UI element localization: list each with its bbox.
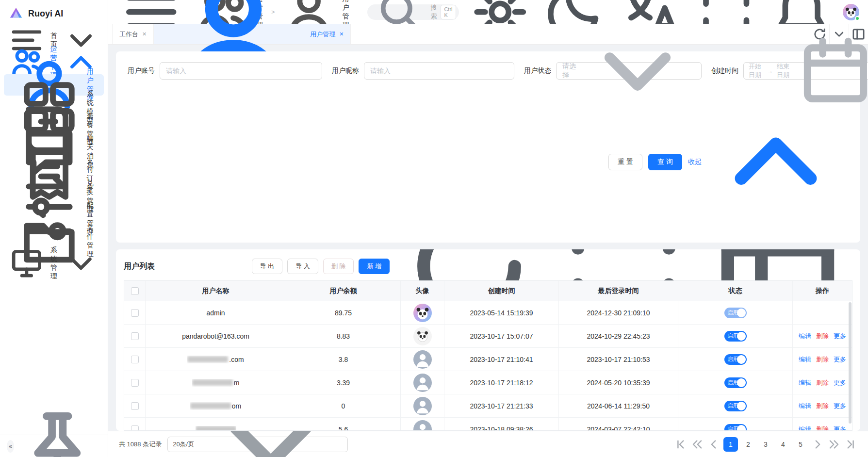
sidebar-item-label: 系统管理 xyxy=(50,246,58,281)
edit-link[interactable]: 编辑 xyxy=(799,425,811,431)
status-toggle[interactable]: 启用 xyxy=(724,308,747,318)
app-root: Ruoyi AI 首页 运营管理 用户管理 系统模型 套餐管理 聊天消息 支付订… xyxy=(0,0,868,457)
row-checkbox[interactable] xyxy=(131,425,139,431)
sidebar-collapse-button[interactable]: « xyxy=(7,440,14,453)
page-button-1[interactable]: 1 xyxy=(723,437,738,452)
toggle-knob xyxy=(737,355,746,364)
more-link[interactable]: 更多 xyxy=(834,332,846,341)
user-balance: 3.8 xyxy=(286,348,401,371)
column-header-status: 状态 xyxy=(678,281,793,301)
delete-link[interactable]: 删除 xyxy=(816,355,829,364)
forward-five-pages-button[interactable] xyxy=(827,438,841,451)
back-five-pages-button[interactable] xyxy=(690,438,704,451)
edit-link[interactable]: 编辑 xyxy=(799,355,811,364)
collapse-filter-button[interactable]: 收起 xyxy=(688,89,849,235)
edit-link[interactable]: 编辑 xyxy=(799,378,811,387)
first-page-icon xyxy=(674,438,688,451)
table-card-header: 用户列表 导 出 导 入 删 除 新 增 xyxy=(124,255,852,277)
user-name: .com xyxy=(187,356,244,363)
more-link[interactable]: 更多 xyxy=(834,425,846,431)
field-label: 用户状态 xyxy=(524,66,551,75)
chevron-down-icon xyxy=(62,245,100,282)
first-page-button[interactable] xyxy=(674,438,688,451)
close-icon[interactable]: ✕ xyxy=(142,31,147,37)
select-all-checkbox[interactable] xyxy=(131,287,139,295)
tab-user-management[interactable]: 用户管理 ✕ xyxy=(154,24,351,44)
more-link[interactable]: 更多 xyxy=(834,378,846,387)
brand: Ruoyi AI xyxy=(0,0,108,27)
user-balance: 0 xyxy=(286,394,401,418)
sidebar-item-system[interactable]: 系统管理 xyxy=(0,252,108,275)
user-name: admin xyxy=(206,309,225,317)
add-button[interactable]: 新 增 xyxy=(359,259,390,274)
sidebar-pin-button[interactable] xyxy=(14,403,101,457)
redacted-name xyxy=(190,403,231,409)
status-toggle[interactable]: 启用 xyxy=(724,377,747,388)
prev-page-button[interactable] xyxy=(707,438,721,451)
export-button[interactable]: 导 出 xyxy=(252,259,283,274)
field-label: 用户账号 xyxy=(128,66,155,75)
status-select[interactable]: 请选择 xyxy=(556,62,702,80)
pager: 12345 xyxy=(674,437,857,452)
total-records-text: 共 1088 条记录 xyxy=(119,440,162,449)
row-checkbox[interactable] xyxy=(131,332,139,340)
created-time: 2023-05-14 15:19:39 xyxy=(444,301,559,325)
status-toggle[interactable]: 启用 xyxy=(724,331,747,342)
user-name: pandarobot@163.com xyxy=(182,332,249,340)
edit-link[interactable]: 编辑 xyxy=(799,332,811,341)
user-avatar xyxy=(413,374,432,392)
column-header-last-login: 最后登录时间 xyxy=(559,281,678,301)
tab-workbench[interactable]: 工作台 ✕ xyxy=(112,24,154,44)
system-icon xyxy=(8,245,46,282)
search-button[interactable]: 查 询 xyxy=(648,154,682,170)
page-size-select[interactable]: 20条/页 xyxy=(167,437,348,452)
pagination-summary: 共 1088 条记录 20条/页 xyxy=(119,437,348,452)
user-avatar[interactable] xyxy=(843,4,859,20)
page-button-5[interactable]: 5 xyxy=(793,437,808,452)
last-page-icon xyxy=(844,438,857,451)
date-range-picker[interactable]: 开始日期 → 结束日期 xyxy=(743,62,868,80)
last-login-time: 2023-10-17 21:10:53 xyxy=(559,348,678,371)
start-date-placeholder: 开始日期 xyxy=(749,62,763,80)
row-checkbox[interactable] xyxy=(131,309,139,317)
row-operations: 编辑 删除 更多 xyxy=(799,425,846,431)
table-scrollbar[interactable] xyxy=(849,302,852,424)
row-checkbox[interactable] xyxy=(131,356,139,363)
select-placeholder: 请选择 xyxy=(562,62,579,80)
global-search[interactable]: 搜索 Ctrl K xyxy=(367,4,459,20)
reset-button[interactable]: 重 置 xyxy=(608,154,642,170)
row-checkbox[interactable] xyxy=(131,379,139,387)
nickname-input[interactable] xyxy=(364,63,514,79)
status-toggle[interactable]: 启用 xyxy=(724,354,747,365)
delete-link[interactable]: 删除 xyxy=(816,425,829,431)
page-button-3[interactable]: 3 xyxy=(758,437,773,452)
account-input[interactable] xyxy=(160,63,322,79)
next-page-button[interactable] xyxy=(811,438,824,451)
filter-fields-row: 用户账号 用户昵称 用户状态 请选择 xyxy=(128,62,849,80)
user-balance: 8.83 xyxy=(286,325,401,348)
created-time: 2023-10-17 15:07:07 xyxy=(444,325,559,348)
status-toggle[interactable]: 启用 xyxy=(724,424,747,431)
status-toggle[interactable]: 启用 xyxy=(724,401,747,411)
field-label: 创建时间 xyxy=(711,66,738,75)
table-row: m 3.39 2023-10-17 21:18:12 2024-05-20 10… xyxy=(124,371,852,394)
delete-button[interactable]: 删 除 xyxy=(323,259,354,274)
column-header-balance: 用户余额 xyxy=(286,281,401,301)
table-row: om 0 2023-10-17 21:21:33 2024-06-14 11:2… xyxy=(124,394,852,418)
delete-link[interactable]: 删除 xyxy=(816,332,829,341)
more-link[interactable]: 更多 xyxy=(834,402,846,410)
delete-link[interactable]: 删除 xyxy=(816,378,829,387)
edit-link[interactable]: 编辑 xyxy=(799,402,811,410)
close-icon[interactable]: ✕ xyxy=(339,31,344,37)
delete-link[interactable]: 删除 xyxy=(816,402,829,410)
toggle-knob xyxy=(737,309,746,317)
user-balance: 89.75 xyxy=(286,301,401,325)
last-page-button[interactable] xyxy=(844,438,857,451)
import-button[interactable]: 导 入 xyxy=(287,259,318,274)
page-button-4[interactable]: 4 xyxy=(776,437,790,452)
row-operations: 编辑 删除 更多 xyxy=(799,402,846,410)
table-header-row: 用户名称 用户余额 头像 创建时间 最后登录时间 状态 操作 xyxy=(124,281,852,301)
page-button-2[interactable]: 2 xyxy=(741,437,755,452)
row-checkbox[interactable] xyxy=(131,402,139,410)
more-link[interactable]: 更多 xyxy=(834,355,846,364)
